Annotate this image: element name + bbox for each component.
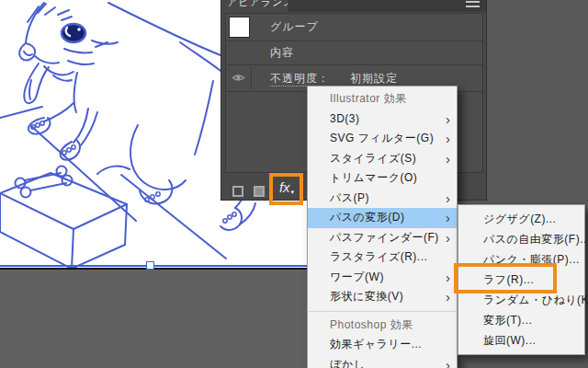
submenu-arrow-icon: ›	[446, 152, 450, 166]
menu-item-label: ラスタライズ(R)...	[330, 249, 447, 265]
effects-menu-item-14[interactable]: ぼかし›	[308, 355, 457, 368]
submenu-arrow-icon: ›	[446, 191, 450, 205]
effects-context-menu: Illustrator 効果3D(3)›SVG フィルター(G)›スタイライズ(…	[307, 86, 458, 368]
appearance-row-contents[interactable]: 内容	[226, 41, 482, 65]
panel-flyout-menu-icon[interactable]	[466, 1, 480, 9]
distort-submenu-item-6[interactable]: 旋回(W)...	[458, 330, 584, 351]
panel-tab-bar: アピアランス	[221, 0, 486, 12]
effects-menu-item-12: Photoshop 効果	[308, 316, 457, 336]
tab-appearance[interactable]: アピアランス	[221, 0, 288, 12]
menu-item-label: スタイライズ(S)	[330, 151, 446, 167]
menu-item-label: ワープ(W)	[330, 270, 446, 285]
visibility-eye-icon[interactable]	[232, 73, 245, 83]
menu-item-label: Photoshop 効果	[330, 317, 447, 333]
effects-menu-item-13[interactable]: 効果ギャラリー...	[308, 335, 457, 355]
menu-item-label: パスの自由変形(F)...	[483, 232, 588, 247]
add-stroke-icon[interactable]	[232, 186, 243, 197]
annotation-box-fx	[269, 173, 303, 205]
menu-item-label: 3D(3)	[330, 112, 446, 125]
distort-submenu-item-0[interactable]: ジグザグ(Z)...	[458, 209, 584, 229]
effects-menu-item-8[interactable]: ラスタライズ(R)...	[308, 247, 457, 268]
menu-item-label: 形状に変換(V)	[330, 289, 446, 305]
selection-handle[interactable]	[146, 261, 154, 270]
submenu-arrow-icon: ›	[446, 231, 450, 245]
submenu-arrow-icon: ›	[446, 211, 450, 224]
effects-menu-item-7[interactable]: パスファインダー(F)›	[308, 228, 457, 248]
menu-item-label: パスファインダー(F)	[330, 230, 446, 246]
appearance-row-group[interactable]: グループ	[226, 14, 482, 41]
pasteboard	[0, 270, 307, 368]
menu-item-label: トリムマーク(O)	[330, 170, 447, 186]
annotation-box-rough	[454, 263, 557, 293]
submenu-arrow-icon: ›	[446, 290, 450, 304]
menu-separator	[309, 311, 456, 312]
menu-item-label: 変形(T)...	[483, 313, 575, 328]
opacity-link[interactable]: 不透明度：	[270, 72, 330, 86]
menu-item-label: パスの変形(D)	[330, 210, 446, 225]
menu-item-label: ぼかし	[330, 357, 446, 368]
effects-menu-item-10[interactable]: 形状に変換(V)›	[308, 287, 457, 307]
submenu-arrow-icon: ›	[446, 112, 450, 126]
group-thumbnail-swatch[interactable]	[230, 17, 249, 37]
menu-item-label: Illustrator 効果	[330, 91, 447, 107]
submenu-arrow-icon: ›	[446, 270, 450, 284]
distort-submenu-item-5[interactable]: 変形(T)...	[458, 310, 584, 330]
effects-menu-item-6[interactable]: パスの変形(D)›	[308, 208, 457, 228]
distort-submenu-item-1[interactable]: パスの自由変形(F)...	[458, 229, 584, 249]
effects-menu-item-2[interactable]: SVG フィルター(G)›	[308, 129, 457, 149]
tab-appearance-label: アピアランス	[221, 0, 288, 9]
submenu-arrow-icon: ›	[446, 132, 450, 145]
menu-item-label: ランダム・ひねり(K)...	[483, 293, 588, 308]
effects-menu-item-5[interactable]: パス(P)›	[308, 189, 457, 209]
add-fill-icon[interactable]	[254, 186, 265, 197]
row-divider	[251, 67, 252, 89]
menu-item-label: パス(P)	[330, 190, 446, 206]
menu-item-label: ジグザグ(Z)...	[483, 212, 575, 227]
opacity-value: 初期設定	[350, 72, 398, 85]
contents-row-label: 内容	[226, 45, 294, 61]
illustrator-window: アピアランス グループ 内容 不透明度：初期設定	[0, 0, 588, 368]
effects-menu-item-1[interactable]: 3D(3)›	[308, 109, 457, 130]
menu-item-label: 旋回(W)...	[483, 333, 575, 349]
effects-menu-item-4[interactable]: トリムマーク(O)	[308, 168, 457, 189]
menu-item-label: 効果ギャラリー...	[330, 337, 447, 352]
submenu-arrow-icon: ›	[446, 358, 450, 368]
menu-item-label: SVG フィルター(G)	[330, 131, 446, 146]
effects-menu-item-9[interactable]: ワープ(W)›	[308, 268, 457, 288]
effects-menu-item-0: Illustrator 効果	[308, 89, 457, 109]
effects-menu-item-3[interactable]: スタイライズ(S)›	[308, 149, 457, 169]
